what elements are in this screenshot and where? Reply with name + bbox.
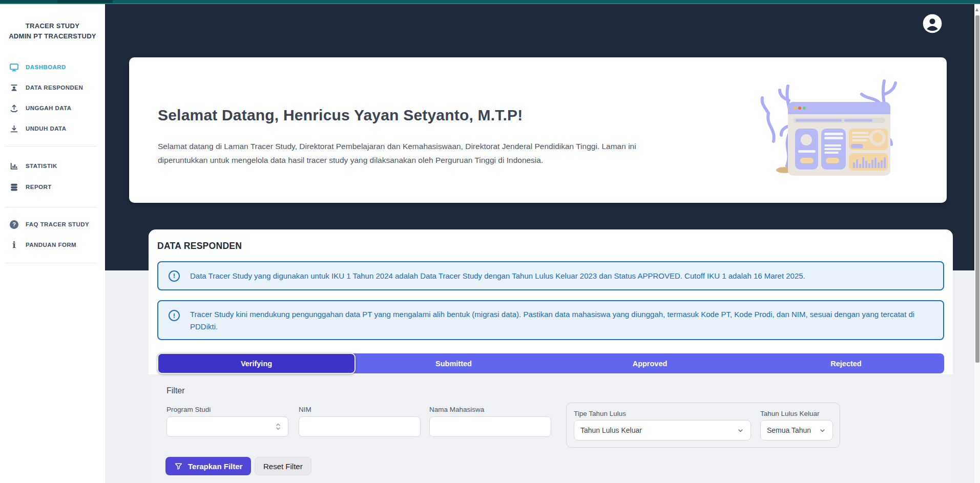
sidebar-item-dashboard[interactable]: DASHBOARD [0,57,105,77]
apply-filter-button[interactable]: Terapkan Filter [165,457,251,475]
welcome-body: Selamat datang di Laman Tracer Study, Di… [158,139,642,167]
sidebar-item-label: STATISTIK [26,163,57,169]
sidebar-item-label: DASHBOARD [26,64,66,70]
program-studi-label: Program Studi [166,406,211,413]
browser-top-strip [0,0,980,4]
tipe-tahun-lulus-select[interactable]: Tahun Lulus Keluar [574,420,751,440]
nim-input[interactable] [299,416,421,437]
sidebar-divider [5,207,96,207]
info-alert-2-text: Tracer Study kini mendukung pengunggahan… [190,308,930,333]
info-alert-1: ! Data Tracer Study yang digunakan untuk… [157,261,944,290]
sidebar-item-statistik[interactable]: STATISTIK [0,156,105,176]
status-tabs: Verifying Submitted Approved Rejected [157,353,944,373]
app-title-line1: TRACER STUDY [0,21,105,31]
sidebar-item-data-responden[interactable]: DATA RESPONDEN [0,77,105,98]
app-title-line2: ADMIN PT TRACERSTUDY [0,31,105,41]
user-avatar-icon[interactable] [922,13,943,34]
info-alert-1-text: Data Tracer Study yang digunakan untuk I… [190,270,805,282]
data-responden-card: DATA RESPONDEN ! Data Tracer Study yang … [149,229,953,483]
welcome-title: Selamat Datang, Henricus Yayan Setyanto,… [158,107,523,124]
sidebar-item-label: UNGGAH DATA [26,105,72,111]
tipe-tahun-lulus-label: Tipe Tahun Lulus [574,410,626,417]
sidebar-item-faq-tracer-study[interactable]: ? FAQ TRACER STUDY [0,214,105,235]
tab-approved[interactable]: Approved [552,353,748,373]
sidebar-item-label: PANDUAN FORM [26,242,76,248]
info-icon: i [9,240,19,250]
monitor-icon [9,62,19,72]
tahun-lulus-keluar-value: Semua Tahun [767,426,811,434]
nama-mahasiswa-label: Nama Mahasiswa [429,406,484,413]
sidebar-item-panduan-form[interactable]: i PANDUAN FORM [0,235,105,255]
tahun-lulus-keluar-select[interactable]: Semua Tahun [760,420,833,440]
nim-label: NIM [299,406,311,413]
section-title: DATA RESPONDEN [157,241,242,251]
app-title: TRACER STUDY ADMIN PT TRACERSTUDY [0,21,105,41]
sidebar-item-label: REPORT [26,184,52,190]
sidebar-item-unggah-data[interactable]: UNGGAH DATA [0,98,105,118]
apply-filter-label: Terapkan Filter [188,462,242,471]
chevron-down-icon [737,427,744,434]
program-studi-select[interactable] [166,416,288,437]
tahun-lulus-keluar-label: Tahun Lulus Keluar [760,410,820,417]
tab-verifying[interactable]: Verifying [157,353,356,374]
sidebar-divider [5,263,96,263]
tab-rejected[interactable]: Rejected [748,353,944,373]
question-icon: ? [9,220,19,229]
sidebar: TRACER STUDY ADMIN PT TRACERSTUDY DASHBO… [0,4,105,483]
tahun-filter-group: Tipe Tahun Lulus Tahun Lulus Keluar Tahu… [566,403,840,448]
scrollbar[interactable] [974,4,980,483]
download-icon [9,124,19,134]
filter-funnel-icon [174,462,183,471]
nama-mahasiswa-input[interactable] [429,416,551,437]
reset-filter-button[interactable]: Reset Filter [255,457,311,475]
user-badge-icon [9,83,19,93]
sidebar-item-label: UNDUH DATA [26,125,66,132]
sidebar-item-label: DATA RESPONDEN [26,85,83,91]
info-alert-2: ! Tracer Study kini mendukung pengunggah… [157,300,944,340]
sidebar-divider [5,146,96,146]
welcome-card: Selamat Datang, Henricus Yayan Setyanto,… [129,57,947,203]
updown-chevron-icon [275,422,282,431]
exclamation-icon: ! [169,310,180,321]
tab-submitted[interactable]: Submitted [356,353,552,373]
upload-icon [9,103,19,113]
scrollbar-thumb[interactable] [975,15,979,363]
chevron-down-icon [819,427,826,434]
page: TRACER STUDY ADMIN PT TRACERSTUDY DASHBO… [0,0,980,483]
sidebar-item-label: FAQ TRACER STUDY [26,221,89,227]
dashboard-illustration [753,70,907,187]
browser-strip-highlight [0,3,980,4]
bar-chart-icon [9,161,19,171]
scroll-up-arrow-icon[interactable] [975,8,978,11]
tipe-tahun-lulus-value: Tahun Lulus Keluar [580,426,642,434]
exclamation-icon: ! [169,270,180,282]
sidebar-item-unduh-data[interactable]: UNDUH DATA [0,118,105,139]
filter-title: Filter [166,386,185,395]
database-icon [9,182,19,192]
sidebar-item-report[interactable]: REPORT [0,177,105,197]
